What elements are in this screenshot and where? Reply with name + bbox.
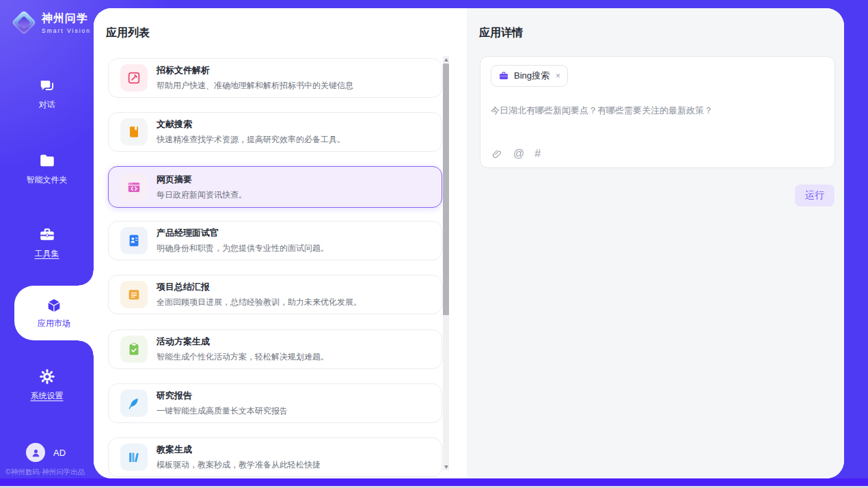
sidebar-item-smart-folder[interactable]: 智能文件夹: [0, 152, 94, 186]
scrollbar-thumb[interactable]: [443, 64, 449, 315]
app-title: 产品经理面试官: [157, 227, 329, 239]
close-icon[interactable]: ×: [556, 71, 560, 81]
app-desc: 帮助用户快速、准确地理解和解析招标书中的关键信息: [157, 80, 353, 92]
bottom-accent-bar: [0, 478, 868, 486]
book-icon: [120, 118, 148, 146]
browser-code-icon: [120, 174, 148, 201]
sidebar-item-toolset[interactable]: 工具集: [0, 226, 94, 260]
books-icon: [120, 444, 148, 471]
list-item-research-report[interactable]: 研究报告 一键智能生成高质量长文本研究报告: [108, 383, 442, 423]
sidebar-item-label: 工具集: [35, 248, 59, 260]
arrow-up-icon: [444, 58, 448, 62]
app-title: 项目总结汇报: [157, 281, 362, 293]
avatar: [26, 443, 45, 462]
sidebar-item-chat[interactable]: 对话: [0, 77, 94, 111]
sidebar-item-settings[interactable]: 系统设置: [0, 368, 94, 402]
list-item-literature-search[interactable]: 文献搜索 快速精准查找学术资源，提高研究效率的必备工具。: [108, 112, 442, 152]
sidebar-item-label: 应用市场: [38, 318, 70, 329]
app-desc: 快速精准查找学术资源，提高研究效率的必备工具。: [157, 134, 345, 146]
app-detail-panel: 应用详情 Bing搜索 × 今日湖北有哪些新闻要点？有哪些需要关注的最新政策？ …: [467, 8, 844, 478]
list-item-bid-parse[interactable]: 招标文件解析 帮助用户快速、准确地理解和解析招标书中的关键信息: [108, 58, 442, 98]
at-icon[interactable]: @: [513, 148, 524, 160]
scrollbar[interactable]: [443, 56, 449, 470]
app-title: 招标文件解析: [157, 64, 353, 77]
brand-logo: 神州问学 Smart Vision: [12, 11, 91, 34]
gear-icon: [38, 368, 56, 385]
sidebar: 神州问学 Smart Vision 对话 智能文件夹 工具集: [0, 0, 94, 478]
scroll-up-button[interactable]: [443, 56, 449, 63]
query-card[interactable]: Bing搜索 × 今日湖北有哪些新闻要点？有哪些需要关注的最新政策？ @ #: [480, 56, 835, 168]
person-icon: [30, 447, 42, 459]
content-area: 应用列表 招标文件解析 帮助用户快速、准确地理解和解析招标书中的关键信息: [94, 8, 844, 478]
user-name: AD: [53, 448, 66, 458]
app-list-title: 应用列表: [106, 26, 150, 40]
list-item-event-plan[interactable]: 活动方案生成 智能生成个性化活动方案，轻松解决规划难题。: [108, 329, 442, 369]
app-title: 网页摘要: [157, 174, 247, 186]
paperclip-icon[interactable]: [491, 148, 503, 160]
run-button[interactable]: 运行: [795, 185, 835, 206]
app-title: 活动方案生成: [157, 336, 329, 348]
app-detail-title: 应用详情: [479, 26, 523, 40]
app-desc: 智能生成个性化活动方案，轻松解决规划难题。: [157, 351, 329, 363]
user-account[interactable]: AD: [26, 443, 66, 462]
cube-icon: [45, 297, 63, 314]
brand-tagline: Smart Vision: [42, 27, 91, 34]
app-desc: 明确身份和职责，为您提供专业性的面试问题。: [157, 243, 329, 254]
app-desc: 每日政府新闻资讯快查。: [157, 189, 247, 201]
app-title: 研究报告: [157, 390, 288, 402]
app-title: 教案生成: [157, 444, 321, 456]
scroll-down-button[interactable]: [443, 463, 449, 470]
list-item-lesson-plan[interactable]: 教案生成 模板驱动，教案秒成，教学准备从此轻松快捷: [108, 437, 442, 477]
tool-chip-bing-search[interactable]: Bing搜索 ×: [491, 65, 568, 87]
toolbox-icon: [38, 226, 56, 243]
attachment-toolbar: @ #: [491, 148, 541, 160]
query-text[interactable]: 今日湖北有哪些新闻要点？有哪些需要关注的最新政策？: [491, 104, 824, 118]
list-item-project-summary[interactable]: 项目总结汇报 全面回顾项目进展，总结经验教训，助力未来优化发展。: [108, 275, 442, 314]
tool-chip-label: Bing搜索: [514, 70, 550, 82]
hash-icon[interactable]: #: [534, 148, 541, 160]
quill-icon: [120, 390, 148, 417]
folder-icon: [38, 152, 56, 170]
app-desc: 全面回顾项目进展，总结经验教训，助力未来优化发展。: [157, 297, 362, 308]
sidebar-item-label: 对话: [39, 99, 55, 111]
list-item-pm-interviewer[interactable]: 产品经理面试官 明确身份和职责，为您提供专业性的面试问题。: [108, 221, 442, 260]
chat-icon: [38, 77, 56, 94]
clipboard-check-icon: [120, 336, 148, 363]
pen-square-icon: [120, 64, 148, 92]
interviewer-icon: [120, 227, 148, 254]
app-title: 文献搜索: [157, 118, 345, 131]
diamond-logo-icon: [12, 11, 36, 34]
app-desc: 模板驱动，教案秒成，教学准备从此轻松快捷: [157, 459, 321, 471]
briefcase-icon: [498, 70, 509, 81]
sidebar-item-label: 系统设置: [31, 390, 64, 402]
sidebar-item-app-market[interactable]: 应用市场: [14, 286, 94, 340]
sidebar-item-label: 智能文件夹: [27, 174, 68, 186]
memo-icon: [120, 281, 148, 308]
list-item-web-summary[interactable]: 网页摘要 每日政府新闻资讯快查。: [108, 166, 442, 208]
arrow-down-icon: [444, 465, 448, 469]
app-desc: 一键智能生成高质量长文本研究报告: [157, 405, 288, 417]
brand-name: 神州问学: [42, 12, 91, 26]
app-list-panel: 应用列表 招标文件解析 帮助用户快速、准确地理解和解析招标书中的关键信息: [94, 8, 467, 478]
copyright-footer: ©神州数码·神州问学出品: [5, 467, 85, 477]
